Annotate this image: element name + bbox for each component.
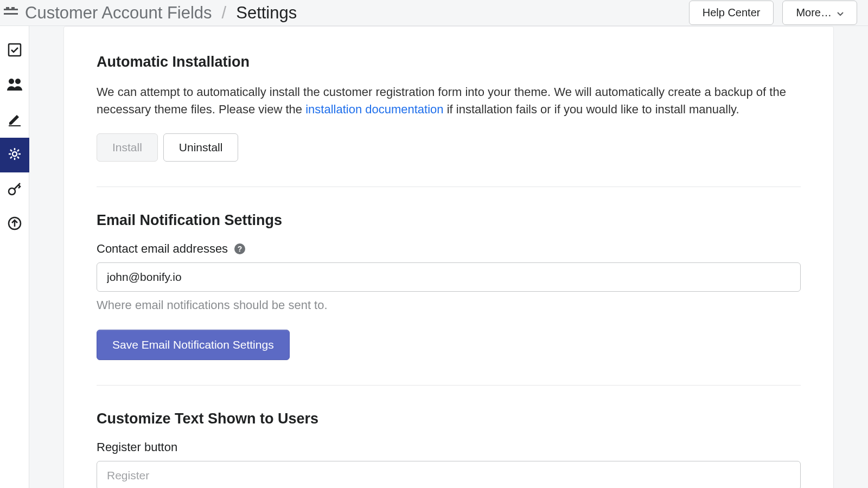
edit-icon	[7, 112, 22, 129]
sidebar-item-settings[interactable]	[0, 138, 29, 172]
contact-email-input[interactable]	[97, 262, 801, 292]
svg-rect-1	[4, 13, 18, 15]
svg-rect-7	[9, 125, 21, 126]
svg-point-5	[9, 79, 14, 84]
users-icon	[6, 78, 23, 94]
section-divider	[97, 187, 801, 187]
sidebar-nav	[0, 26, 29, 488]
breadcrumb-separator: /	[222, 3, 227, 23]
uninstall-button[interactable]: Uninstall	[163, 133, 239, 162]
chevron-down-icon	[837, 7, 844, 19]
customize-section-title: Customize Text Shown to Users	[97, 410, 801, 427]
email-field-hint: Where email notifications should be sent…	[97, 298, 801, 312]
section-divider	[97, 385, 801, 386]
install-section-title: Automatic Installation	[97, 54, 801, 70]
main-scroll-area[interactable]: Automatic Installation We can attempt to…	[29, 26, 868, 488]
breadcrumb-parent[interactable]: Customer Account Fields	[25, 3, 212, 23]
svg-point-8	[12, 152, 17, 156]
upload-icon	[7, 216, 22, 233]
more-label: More…	[796, 7, 832, 19]
sidebar-item-checkbox[interactable]	[0, 34, 29, 68]
svg-rect-4	[9, 44, 21, 56]
register-button-text-input[interactable]	[97, 461, 801, 488]
breadcrumb-current: Settings	[236, 3, 297, 23]
checkbox-icon	[7, 42, 22, 60]
email-field-label: Contact email addresses ?	[97, 242, 801, 256]
svg-rect-2	[6, 7, 9, 10]
svg-rect-3	[11, 7, 15, 10]
gear-icon	[7, 146, 22, 164]
app-header: Customer Account Fields / Settings Help …	[0, 0, 868, 26]
email-section-title: Email Notification Settings	[97, 212, 801, 229]
settings-card: Automatic Installation We can attempt to…	[63, 26, 834, 488]
sidebar-item-key[interactable]	[0, 172, 29, 207]
sidebar-item-users[interactable]	[0, 68, 29, 103]
install-button[interactable]: Install	[97, 133, 158, 162]
register-button-label: Register button	[97, 440, 801, 454]
menu-icon[interactable]	[3, 5, 18, 21]
register-label-text: Register button	[97, 440, 177, 454]
svg-rect-0	[4, 9, 18, 10]
more-button[interactable]: More…	[782, 1, 857, 25]
install-desc-after: if installation fails or if you would li…	[444, 102, 739, 116]
sidebar-item-edit[interactable]	[0, 103, 29, 138]
breadcrumb: Customer Account Fields / Settings	[25, 3, 297, 23]
install-doc-link[interactable]: installation documentation	[305, 102, 443, 116]
sidebar-item-upload[interactable]	[0, 207, 29, 242]
help-icon[interactable]: ?	[234, 243, 245, 254]
install-section-desc: We can attempt to automatically install …	[97, 84, 801, 118]
key-icon	[7, 181, 22, 198]
help-center-button[interactable]: Help Center	[689, 1, 774, 25]
email-label-text: Contact email addresses	[97, 242, 228, 256]
save-email-settings-button[interactable]: Save Email Notification Settings	[97, 330, 290, 360]
help-center-label: Help Center	[703, 7, 761, 19]
svg-point-6	[15, 79, 21, 84]
